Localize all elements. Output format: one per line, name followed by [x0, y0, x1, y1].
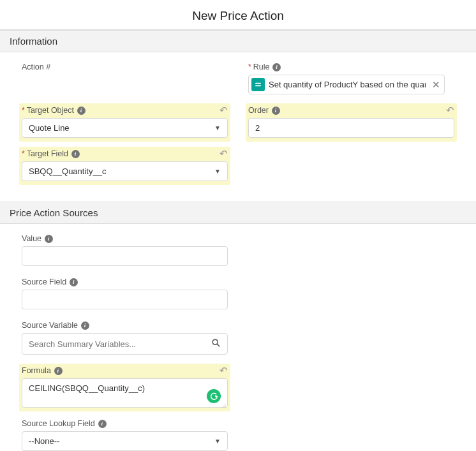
info-icon[interactable]: i: [54, 367, 63, 375]
info-icon[interactable]: i: [71, 150, 80, 158]
undo-icon[interactable]: ↶: [219, 365, 228, 376]
label-rule: Rule: [253, 63, 270, 71]
undo-icon[interactable]: ↶: [219, 148, 228, 159]
input-source-field-wrap: [22, 290, 228, 309]
rule-chip-label: Set quantity of ProductY based on the qu…: [269, 80, 426, 89]
close-icon[interactable]: ✕: [432, 79, 440, 91]
input-order[interactable]: [255, 123, 447, 133]
label-action-number: Action #: [22, 63, 50, 71]
label-target-object: Target Object: [27, 106, 74, 115]
field-action-number: Action #: [19, 60, 230, 95]
input-order-wrap: [248, 118, 454, 138]
select-target-field-value: SBQQ__Quantity__c: [29, 166, 106, 176]
info-icon[interactable]: i: [77, 107, 86, 115]
textarea-formula-wrap: [22, 378, 228, 408]
chevron-down-icon: ▼: [214, 168, 221, 175]
chevron-down-icon: ▼: [214, 124, 221, 131]
chevron-down-icon: ▼: [214, 438, 221, 445]
section-header-sources: Price Action Sources: [0, 202, 476, 224]
textarea-formula[interactable]: [29, 383, 203, 403]
svg-rect-0: [255, 83, 261, 84]
label-source-variable: Source Variable: [22, 321, 78, 330]
field-source-lookup: Source Lookup Field i --None-- ▼: [19, 417, 230, 451]
label-value: Value: [22, 234, 41, 243]
grammarly-icon[interactable]: [207, 389, 221, 403]
required-marker: *: [22, 149, 25, 158]
input-value-wrap: [22, 246, 228, 266]
field-target-field: * Target Field i ↶ SBQQ__Quantity__c ▼: [19, 147, 230, 185]
field-source-variable: Source Variable i: [19, 318, 230, 359]
rule-chip[interactable]: Set quantity of ProductY based on the qu…: [248, 75, 445, 94]
field-value: Value i: [19, 232, 230, 270]
info-icon[interactable]: i: [81, 322, 89, 330]
info-icon[interactable]: i: [272, 63, 281, 71]
svg-line-3: [217, 344, 219, 346]
select-target-field[interactable]: SBQQ__Quantity__c ▼: [22, 161, 228, 181]
svg-point-2: [212, 339, 218, 344]
field-order: Order i ↶: [246, 103, 457, 142]
label-target-field: Target Field: [27, 149, 68, 158]
select-source-lookup[interactable]: --None-- ▼: [22, 431, 228, 451]
label-source-field: Source Field: [22, 277, 66, 286]
input-value[interactable]: [29, 251, 221, 261]
label-order: Order: [248, 106, 269, 115]
field-rule: * Rule i Set quantity of ProductY based …: [246, 60, 457, 98]
rule-record-icon: [251, 78, 265, 91]
svg-line-4: [222, 404, 226, 408]
search-icon: [211, 338, 221, 350]
value-action-number: [22, 75, 228, 91]
info-icon[interactable]: i: [272, 107, 280, 115]
label-source-lookup: Source Lookup Field: [22, 419, 95, 428]
info-icon[interactable]: i: [98, 420, 107, 428]
required-marker: *: [22, 106, 25, 115]
field-target-object: * Target Object i ↶ Quote Line ▼: [19, 103, 230, 142]
input-source-variable[interactable]: [29, 339, 207, 349]
input-source-field[interactable]: [29, 295, 221, 304]
svg-rect-1: [255, 85, 261, 87]
info-icon[interactable]: i: [45, 235, 53, 243]
undo-icon[interactable]: ↶: [219, 105, 228, 116]
svg-line-5: [224, 406, 226, 408]
page-title: New Price Action: [0, 0, 476, 29]
section-header-information: Information: [0, 30, 476, 52]
label-formula: Formula: [22, 366, 51, 375]
field-formula: Formula i ↶: [19, 364, 230, 411]
required-marker: *: [248, 63, 251, 71]
field-source-field: Source Field i: [19, 275, 230, 313]
lookup-source-variable[interactable]: [22, 333, 228, 355]
info-icon[interactable]: i: [70, 278, 78, 286]
select-target-object[interactable]: Quote Line ▼: [22, 118, 228, 138]
select-target-object-value: Quote Line: [29, 123, 70, 133]
select-source-lookup-value: --None--: [29, 436, 59, 446]
resize-handle-icon[interactable]: [221, 401, 226, 406]
undo-icon[interactable]: ↶: [446, 105, 454, 116]
